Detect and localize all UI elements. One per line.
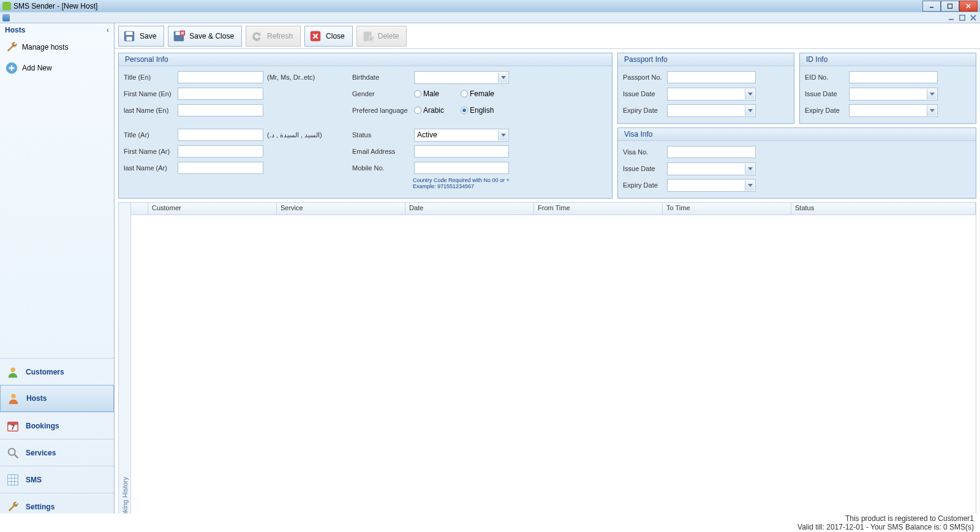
close-button[interactable]: Close — [304, 26, 353, 47]
save-close-button[interactable]: Save & Close — [168, 26, 242, 47]
gender-female-radio[interactable]: Female — [461, 89, 494, 98]
mdi-minimize-button[interactable] — [947, 13, 956, 22]
main-content: Save Save & Close Refresh Close Delete — [115, 23, 980, 532]
visa-issue-dropdown[interactable] — [667, 162, 756, 175]
visa-expiry-label: Expiry Date — [623, 181, 663, 189]
plus-icon — [5, 61, 18, 75]
nav-label: SMS — [26, 476, 42, 484]
email-label: Email Address — [352, 148, 410, 155]
sidebar-item-add-new[interactable]: Add New — [0, 58, 114, 78]
id-expiry-label: Expiry Date — [805, 107, 845, 114]
passport-expiry-label: Expiry Date — [623, 107, 663, 114]
lang-label: Prefered language — [352, 107, 410, 114]
row-selector-header[interactable] — [131, 203, 148, 215]
fname-ar-input[interactable] — [178, 145, 263, 158]
svg-rect-23 — [126, 36, 132, 40]
refresh-button[interactable]: Refresh — [246, 26, 301, 47]
mobile-input[interactable] — [414, 162, 509, 174]
booking-history-label[interactable]: Booking History — [119, 203, 131, 528]
lname-ar-input[interactable] — [178, 162, 263, 174]
host-icon — [2, 14, 10, 21]
nav-customers[interactable]: Customers — [0, 358, 114, 385]
svg-rect-1 — [948, 4, 952, 9]
nav-label: Customers — [26, 368, 64, 376]
minimize-button[interactable] — [922, 1, 941, 12]
email-input[interactable] — [414, 145, 509, 158]
svg-point-9 — [10, 367, 15, 371]
col-date[interactable]: Date — [405, 203, 534, 215]
nav-label: Bookings — [26, 422, 59, 430]
nav-services[interactable]: Services — [0, 439, 114, 466]
title-ar-label: Title (Ar) — [124, 131, 174, 139]
chevron-down-icon — [745, 89, 755, 99]
sidebar-item-label: Manage hosts — [22, 43, 68, 51]
fname-en-label: First Name (En) — [124, 90, 174, 97]
mdi-close-button[interactable] — [969, 13, 978, 22]
birthdate-dropdown[interactable] — [414, 71, 509, 84]
mdi-restore-button[interactable] — [958, 13, 967, 22]
chevron-down-icon — [745, 105, 755, 116]
passport-issue-label: Issue Date — [623, 90, 663, 97]
col-to-time[interactable]: To Time — [663, 203, 791, 215]
booking-history-panel: Booking History Customer Service Date Fr… — [118, 202, 976, 528]
eid-no-input[interactable] — [849, 71, 938, 83]
title-en-hint: (Mr, Ms, Dr..etc) — [267, 74, 315, 81]
maximize-button[interactable] — [941, 1, 959, 12]
sidebar: Hosts ‹ Manage hosts Add New Customers H… — [0, 23, 115, 532]
visa-expiry-dropdown[interactable] — [667, 179, 756, 192]
gender-male-radio[interactable]: Male — [414, 89, 457, 98]
passport-expiry-dropdown[interactable] — [667, 104, 756, 117]
col-from-time[interactable]: From Time — [534, 203, 663, 215]
col-status[interactable]: Status — [791, 203, 976, 215]
delete-icon — [361, 29, 374, 43]
chevron-down-icon — [927, 89, 937, 99]
radio-icon — [414, 107, 421, 114]
svg-text:7: 7 — [11, 423, 15, 430]
sidebar-title: Hosts — [5, 26, 25, 34]
window-title: SMS Sender - [New Host] — [13, 2, 922, 10]
nav-bookings[interactable]: 7 Bookings — [0, 412, 114, 439]
title-bar: SMS Sender - [New Host] — [0, 0, 980, 12]
chevron-down-icon — [745, 180, 755, 191]
panel-title: ID Info — [800, 53, 976, 66]
birthdate-label: Birthdate — [352, 74, 410, 81]
lname-en-input[interactable] — [178, 104, 263, 116]
personal-info-panel: Personal Info Title (En) (Mr, Ms, Dr..et… — [118, 53, 612, 199]
magnifier-icon — [6, 446, 20, 460]
nav-hosts[interactable]: Hosts — [0, 385, 114, 412]
title-en-input[interactable] — [178, 71, 263, 83]
col-customer[interactable]: Customer — [148, 203, 277, 215]
delete-button[interactable]: Delete — [356, 26, 407, 47]
wrench-icon — [6, 500, 20, 514]
visa-no-input[interactable] — [667, 146, 756, 158]
col-service[interactable]: Service — [277, 203, 405, 215]
panel-title: Personal Info — [119, 53, 612, 66]
gender-label: Gender — [352, 90, 410, 97]
save-button[interactable]: Save — [118, 26, 164, 47]
lang-english-radio[interactable]: English — [461, 106, 494, 115]
lang-arabic-radio[interactable]: Arabic — [414, 106, 457, 115]
radio-icon — [461, 90, 468, 97]
radio-icon — [414, 90, 421, 97]
status-bar: This product is registered to Customer1 … — [0, 514, 980, 532]
passport-no-input[interactable] — [667, 71, 756, 83]
person-icon — [6, 365, 20, 379]
passport-issue-dropdown[interactable] — [667, 88, 756, 101]
id-issue-dropdown[interactable] — [849, 88, 938, 101]
status-dropdown[interactable]: Active — [414, 129, 509, 142]
fname-en-input[interactable] — [178, 88, 263, 100]
person-icon — [7, 392, 20, 405]
svg-line-15 — [15, 454, 18, 458]
close-window-button[interactable] — [959, 1, 978, 12]
title-ar-input[interactable] — [178, 129, 263, 141]
visa-issue-label: Issue Date — [623, 165, 663, 172]
collapse-sidebar-icon[interactable]: ‹ — [107, 26, 109, 34]
visa-no-label: Visa No. — [623, 148, 663, 156]
sidebar-item-manage-hosts[interactable]: Manage hosts — [0, 37, 114, 58]
id-expiry-dropdown[interactable] — [849, 104, 938, 117]
panel-title: Passport Info — [618, 53, 794, 66]
toolbar: Save Save & Close Refresh Close Delete — [115, 23, 980, 49]
sidebar-header: Hosts ‹ — [0, 23, 114, 37]
nav-sms[interactable]: SMS — [0, 466, 114, 493]
status-line-1: This product is registered to Customer1 — [797, 514, 974, 523]
